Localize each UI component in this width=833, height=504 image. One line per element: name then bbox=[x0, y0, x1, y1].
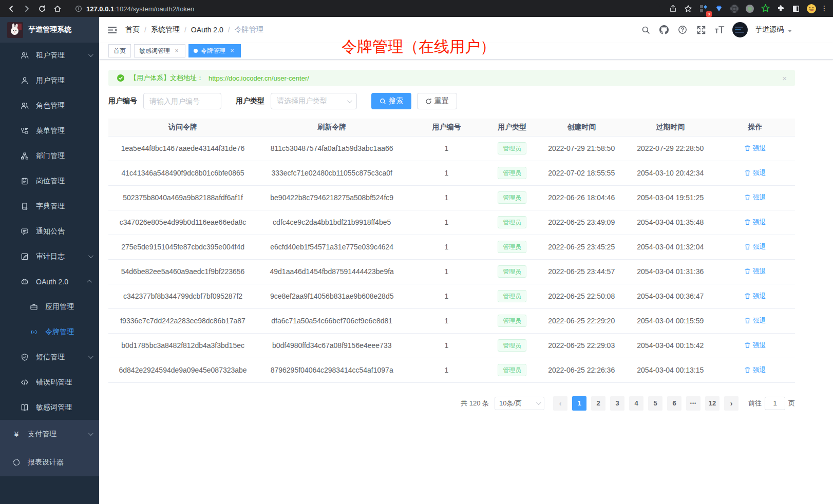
breadcrumb-oauth2[interactable]: OAuth 2.0 bbox=[191, 26, 223, 34]
page-button-5[interactable]: 5 bbox=[648, 396, 662, 411]
expire-time-cell: 2054-03-04 00:15:42 bbox=[626, 333, 715, 358]
force-logout-button[interactable]: 强退 bbox=[744, 341, 766, 350]
page-button-3[interactable]: 3 bbox=[610, 396, 624, 411]
bookmark-star-icon[interactable] bbox=[682, 3, 694, 15]
refresh-token-cell: 9ce8ef2aa9f14056b831ae9b608e28d5 bbox=[257, 284, 406, 308]
sidebar-item-user[interactable]: 用户管理 bbox=[0, 68, 99, 93]
sidebar-item-oauth2-token[interactable]: 令牌管理 bbox=[0, 319, 99, 344]
page-button-12[interactable]: 12 bbox=[705, 396, 720, 411]
more-pages-button[interactable]: ••• bbox=[686, 396, 701, 411]
user-avatar[interactable] bbox=[732, 22, 748, 37]
chevron-down-icon bbox=[88, 354, 93, 359]
sidebar-item-dept[interactable]: 部门管理 bbox=[0, 143, 99, 168]
page-button-4[interactable]: 4 bbox=[629, 396, 643, 411]
page-size-select[interactable]: 10条/页 bbox=[495, 397, 544, 410]
force-logout-button[interactable]: 强退 bbox=[744, 267, 766, 276]
page-button-1[interactable]: 1 bbox=[572, 396, 586, 411]
force-logout-button[interactable]: 强退 bbox=[744, 144, 766, 153]
browser-forward-icon[interactable] bbox=[21, 3, 33, 15]
close-icon[interactable]: × bbox=[173, 47, 180, 54]
navbar-right: 芋道源码 bbox=[640, 22, 792, 37]
sidebar-item-report-designer[interactable]: 报表设计器 bbox=[0, 448, 99, 476]
extension-gem-icon[interactable] bbox=[713, 3, 725, 15]
force-logout-button[interactable]: 强退 bbox=[744, 365, 766, 375]
sidebar-item-audit-log[interactable]: 审计日志 bbox=[0, 244, 99, 269]
trash-icon bbox=[744, 219, 751, 225]
sidebar-item-menu[interactable]: 菜单管理 bbox=[0, 118, 99, 143]
sidebar-item-notice[interactable]: 通知公告 bbox=[0, 219, 99, 244]
extension-puzzle-icon[interactable] bbox=[774, 3, 787, 15]
create-time-cell: 2022-06-26 18:04:46 bbox=[538, 185, 626, 210]
close-icon[interactable]: × bbox=[229, 47, 236, 54]
browser-chrome: 127.0.0.1:1024/system/oauth2/token 9 ⋮ bbox=[0, 0, 833, 17]
address-bar[interactable]: 127.0.0.1:1024/system/oauth2/token bbox=[70, 3, 660, 15]
search-icon[interactable] bbox=[640, 24, 651, 35]
page-button-6[interactable]: 6 bbox=[667, 396, 681, 411]
search-button[interactable]: 搜索 bbox=[371, 93, 411, 109]
sidebar-item-oauth2[interactable]: OAuth 2.0 bbox=[0, 269, 99, 294]
sidebar-item-pay[interactable]: ¥ 支付管理 bbox=[0, 420, 99, 448]
browser-back-icon[interactable] bbox=[5, 3, 17, 15]
sidebar-item-sms[interactable]: 短信管理 bbox=[0, 344, 99, 370]
sidebar-item-post[interactable]: 岗位管理 bbox=[0, 168, 99, 193]
user-type-badge: 管理员 bbox=[498, 191, 526, 204]
force-logout-button[interactable]: 强退 bbox=[744, 218, 766, 227]
collapse-sidebar-icon[interactable] bbox=[107, 25, 117, 35]
actions-cell: 强退 bbox=[715, 161, 795, 185]
browser-menu-icon[interactable]: ⋮ bbox=[821, 7, 828, 10]
sidebar-item-errcode[interactable]: 错误码管理 bbox=[0, 370, 99, 395]
goto-page-input[interactable] bbox=[765, 397, 785, 410]
next-page-button[interactable]: › bbox=[724, 396, 739, 411]
breadcrumb-home[interactable]: 首页 bbox=[125, 25, 140, 34]
tag-token-manage[interactable]: 令牌管理× bbox=[188, 44, 241, 57]
force-logout-button[interactable]: 强退 bbox=[744, 242, 766, 251]
help-icon[interactable] bbox=[677, 24, 688, 35]
caret-down-icon[interactable] bbox=[788, 30, 792, 32]
app-logo[interactable]: 芋道管理系统 bbox=[0, 17, 99, 43]
users-icon bbox=[21, 102, 29, 110]
share-icon[interactable] bbox=[667, 3, 679, 15]
reset-button[interactable]: 重置 bbox=[417, 93, 457, 109]
browser-home-icon[interactable] bbox=[51, 3, 64, 15]
extension-record-icon[interactable] bbox=[744, 3, 756, 15]
user-type-select[interactable]: 请选择用户类型 bbox=[271, 93, 357, 109]
alert-doc-link[interactable]: https://doc.iocoder.cn/user-center/ bbox=[209, 74, 309, 82]
user-type-cell: 管理员 bbox=[487, 284, 538, 308]
sidebar-item-role[interactable]: 角色管理 bbox=[0, 93, 99, 118]
fullscreen-icon[interactable] bbox=[695, 24, 707, 35]
user-type-cell: 管理员 bbox=[487, 235, 538, 259]
sidebar-item-sensitive-word[interactable]: 敏感词管理 bbox=[0, 395, 99, 420]
browser-refresh-icon[interactable] bbox=[36, 3, 48, 15]
extension-star-icon[interactable] bbox=[759, 3, 771, 15]
token-table: 访问令牌 刷新令牌 用户编号 用户类型 创建时间 过期时间 操作 1ea5e44… bbox=[108, 119, 795, 383]
force-logout-button[interactable]: 强退 bbox=[744, 193, 766, 202]
extension-panel-icon[interactable] bbox=[790, 3, 802, 15]
extension-grid-icon[interactable]: 9 bbox=[697, 3, 710, 15]
font-size-icon[interactable] bbox=[714, 24, 725, 35]
trash-icon bbox=[744, 145, 751, 151]
doc-alert: 【用户体系】文档地址： https://doc.iocoder.cn/user-… bbox=[108, 70, 795, 86]
actions-cell: 强退 bbox=[715, 235, 795, 259]
user-type-cell: 管理员 bbox=[487, 259, 538, 284]
user-type-badge: 管理员 bbox=[498, 241, 526, 253]
username-label[interactable]: 芋道源码 bbox=[755, 25, 784, 34]
tag-home[interactable]: 首页 bbox=[108, 44, 131, 57]
force-logout-button[interactable]: 强退 bbox=[744, 316, 766, 325]
user-type-badge: 管理员 bbox=[498, 216, 526, 228]
user-id-input[interactable] bbox=[143, 93, 221, 109]
profile-emoji-icon[interactable] bbox=[805, 3, 818, 15]
tag-sensitive-word[interactable]: 敏感词管理× bbox=[134, 44, 185, 57]
prev-page-button[interactable]: ‹ bbox=[553, 396, 567, 411]
extension-command-icon[interactable] bbox=[728, 3, 741, 15]
access-token-cell: 1ea5e44f8bc1467aaede43144f31de76 bbox=[108, 136, 257, 161]
col-user-type: 用户类型 bbox=[487, 119, 538, 136]
force-logout-button[interactable]: 强退 bbox=[744, 168, 766, 178]
sidebar-item-tenant[interactable]: 租户管理 bbox=[0, 43, 99, 68]
sidebar-item-oauth2-app[interactable]: 应用管理 bbox=[0, 294, 99, 319]
alert-close-icon[interactable]: × bbox=[782, 74, 787, 83]
force-logout-button[interactable]: 强退 bbox=[744, 292, 766, 301]
breadcrumb-system[interactable]: 系统管理 bbox=[151, 25, 180, 34]
page-button-2[interactable]: 2 bbox=[591, 396, 605, 411]
sidebar-item-dict[interactable]: 字典管理 bbox=[0, 193, 99, 219]
github-icon[interactable] bbox=[658, 24, 670, 35]
